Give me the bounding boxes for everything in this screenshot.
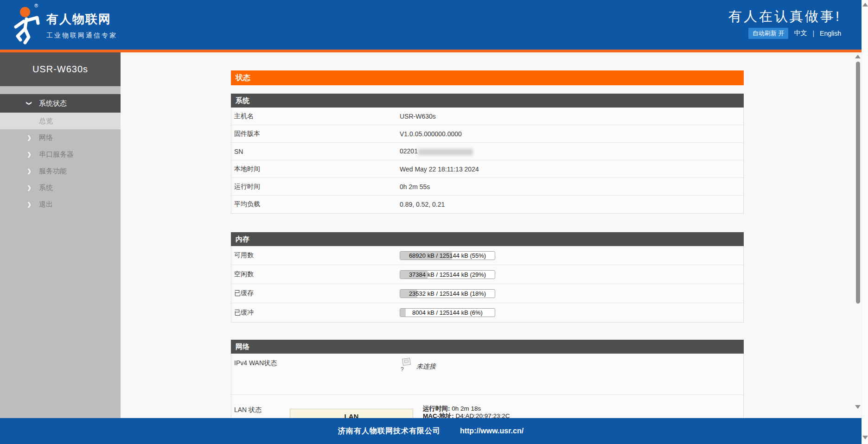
main-content: 状态 系统 主机名 USR-W630s 固件版本 V1.0.05.000000.… <box>0 52 868 444</box>
page-footer: 济南有人物联网技术有限公司 http://www.usr.cn/ <box>0 418 862 444</box>
table-row-mem-cached: 已缓存 23532 kB / 125144 kB (18%) <box>231 284 743 303</box>
row-label: 本地时间 <box>231 165 400 173</box>
scroll-up-icon[interactable] <box>862 3 868 6</box>
table-row-uptime: 运行时间 0h 2m 55s <box>231 178 743 196</box>
sidebar: USR-W630s ❯ 系统状态 总览 ❯ 网络 ❯ 串口服务器 ❯ 服务功能 … <box>0 52 121 444</box>
memory-usage-bar: 8004 kB / 125144 kB (6%) <box>400 308 495 317</box>
chevron-right-icon: ❯ <box>27 201 39 208</box>
registered-trademark-icon: ® <box>34 3 38 8</box>
sidebar-item-label: 串口服务器 <box>39 150 74 159</box>
slogan-text: 有人在认真做事! <box>728 7 841 26</box>
row-label: 平均负载 <box>231 200 400 209</box>
row-label: SN <box>231 148 400 155</box>
content-scrollbar-thumb[interactable] <box>856 62 860 304</box>
content-scroll-up-icon[interactable] <box>855 55 861 58</box>
memory-bar-text: 23532 kB / 125144 kB (18%) <box>400 290 495 298</box>
orange-accent-strip <box>0 50 862 52</box>
memory-bar-text: 68920 kB / 125144 kB (55%) <box>400 252 495 260</box>
scroll-down-icon[interactable] <box>862 436 868 439</box>
row-label: 空闲数 <box>231 270 400 279</box>
row-value: V1.0.05.000000.0000 <box>400 130 462 138</box>
device-name: USR-W630s <box>0 52 121 86</box>
row-value: 0.89, 0.52, 0.21 <box>400 201 445 208</box>
table-row-mem-available: 可用数 68920 kB / 125144 kB (55%) <box>231 246 743 265</box>
sidebar-item-system[interactable]: ❯ 系统 <box>0 179 121 196</box>
sidebar-item-network[interactable]: ❯ 网络 <box>0 129 121 146</box>
row-label: 固件版本 <box>231 130 400 138</box>
footer-company-name: 济南有人物联网技术有限公司 <box>338 426 440 436</box>
memory-table: 可用数 68920 kB / 125144 kB (55%) 空闲数 37384… <box>231 246 744 323</box>
chevron-down-icon: ❯ <box>27 100 39 107</box>
row-label: IPv4 WAN状态 <box>231 354 400 368</box>
memory-bar-text: 37384 kB / 125144 kB (29%) <box>400 271 495 279</box>
header-controls: 自动刷新 开 中文 | English <box>748 28 841 39</box>
row-value: Wed May 22 18:11:13 2024 <box>400 165 479 173</box>
browser-scrollbar[interactable] <box>862 0 868 444</box>
sidebar-item-label: 系统 <box>39 184 53 192</box>
row-label: 已缓冲 <box>231 309 400 317</box>
content-scroll-down-icon[interactable] <box>855 405 861 409</box>
wan-status: ? 未连接 <box>400 354 436 374</box>
chevron-right-icon: ❯ <box>27 134 39 141</box>
chevron-right-icon: ❯ <box>27 151 39 158</box>
row-label: 主机名 <box>231 112 400 121</box>
top-header: ® 有人物联网 工业物联网通信专家 有人在认真做事! 自动刷新 开 中文 | E… <box>0 0 862 50</box>
section-header-memory: 内存 <box>231 232 744 246</box>
sidebar-item-system-status[interactable]: ❯ 系统状态 <box>0 94 121 113</box>
table-row-local-time: 本地时间 Wed May 22 18:11:13 2024 <box>231 160 743 178</box>
footer-website-link[interactable]: http://www.usr.cn/ <box>460 427 523 435</box>
row-value: 0h 2m 55s <box>400 183 430 190</box>
table-row-hostname: 主机名 USR-W630s <box>231 108 743 125</box>
table-row-firmware: 固件版本 V1.0.05.000000.0000 <box>231 125 743 143</box>
table-row-mem-free: 空闲数 37384 kB / 125144 kB (29%) <box>231 265 743 284</box>
auto-refresh-toggle[interactable]: 自动刷新 开 <box>748 28 789 39</box>
brand-title: 有人物联网 <box>46 11 117 27</box>
memory-usage-bar: 23532 kB / 125144 kB (18%) <box>400 289 495 298</box>
sidebar-item-label: 总览 <box>39 117 53 126</box>
section-header-network: 网络 <box>231 340 744 354</box>
brand-block: 有人物联网 工业物联网通信专家 <box>46 11 117 40</box>
chevron-right-icon: ❯ <box>27 184 39 191</box>
system-table: 主机名 USR-W630s 固件版本 V1.0.05.000000.0000 S… <box>231 108 744 214</box>
memory-bar-text: 8004 kB / 125144 kB (6%) <box>400 309 495 317</box>
brand-subtitle: 工业物联网通信专家 <box>46 32 117 40</box>
sn-masked-blur <box>418 149 473 155</box>
page-title: 状态 <box>231 70 744 85</box>
broken-image-icon: ? <box>400 358 414 374</box>
sidebar-item-label: 退出 <box>39 200 53 209</box>
sidebar-item-label: 服务功能 <box>39 167 67 176</box>
lan-uptime-line: 运行时间: 0h 2m 18s <box>423 405 510 412</box>
section-header-system: 系统 <box>231 94 744 108</box>
row-label: LAN 状态 <box>234 406 262 414</box>
chevron-right-icon: ❯ <box>27 168 39 174</box>
memory-usage-bar: 68920 kB / 125144 kB (55%) <box>400 251 495 260</box>
app-root: ® 有人物联网 工业物联网通信专家 有人在认真做事! 自动刷新 开 中文 | E… <box>0 0 868 444</box>
row-value: USR-W630s <box>400 113 436 120</box>
sidebar-item-serial-server[interactable]: ❯ 串口服务器 <box>0 146 121 163</box>
lang-chinese-link[interactable]: 中文 <box>794 29 807 38</box>
table-row-sn: SN 02201 <box>231 143 743 160</box>
wan-status-text: 未连接 <box>416 362 436 371</box>
sidebar-divider <box>0 86 121 94</box>
row-label: 可用数 <box>231 251 400 260</box>
row-label: 运行时间 <box>231 183 400 191</box>
sidebar-item-label: 网络 <box>39 133 53 142</box>
sidebar-item-label: 系统状态 <box>39 99 67 108</box>
table-row-wan-status: IPv4 WAN状态 ? 未连接 <box>231 354 743 395</box>
table-row-load-average: 平均负载 0.89, 0.52, 0.21 <box>231 196 743 213</box>
memory-usage-bar: 37384 kB / 125144 kB (29%) <box>400 270 495 279</box>
sidebar-item-services[interactable]: ❯ 服务功能 <box>0 163 121 179</box>
row-value: 02201 <box>400 147 473 155</box>
sidebar-item-logout[interactable]: ❯ 退出 <box>0 196 121 213</box>
usr-logo-icon <box>11 4 45 46</box>
lang-separator: | <box>812 30 814 37</box>
row-label: 已缓存 <box>231 289 400 298</box>
sidebar-item-overview[interactable]: 总览 <box>0 113 121 129</box>
lang-english-link[interactable]: English <box>820 30 841 37</box>
table-row-mem-buffered: 已缓冲 8004 kB / 125144 kB (6%) <box>231 303 743 322</box>
